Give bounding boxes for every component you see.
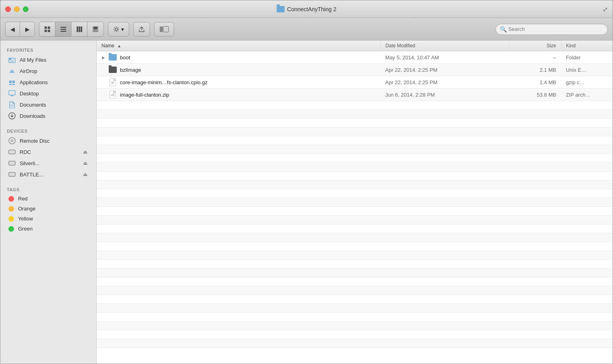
red-tag-dot [8,196,14,202]
coverflow-view-icon [92,26,99,32]
green-tag-dot [8,226,14,232]
svg-rect-10 [94,26,97,30]
sidebar-item-rdc[interactable]: RDC ⏏ [2,146,95,158]
zip-file-icon: zip [109,91,117,99]
silverli-eject-button[interactable]: ⏏ [82,160,88,167]
empty-row [97,295,613,304]
expand-icon[interactable]: ⤢ [603,5,608,13]
icon-view-button[interactable] [39,22,55,36]
svg-rect-11 [93,26,94,30]
sidebar-label-battle: BATTLE... [20,172,78,178]
battle-drive-icon [8,171,16,178]
sidebar-item-battle[interactable]: BATTLE... ⏏ [2,169,95,180]
empty-row [97,189,613,198]
table-row[interactable]: gz core-image-minim…fs-clanton.cpio.gz A… [97,76,613,89]
sidebar-item-green-tag[interactable]: Green [2,224,95,234]
svg-rect-4 [61,27,66,28]
battle-eject-button[interactable]: ⏏ [82,171,88,178]
sidebar-item-airdrop[interactable]: AirDrop [2,65,95,77]
column-view-button[interactable] [71,22,87,36]
file-kind: Unix E… [561,64,613,76]
maximize-button[interactable] [23,6,28,12]
disc-icon [8,137,16,144]
sidebar-item-desktop[interactable]: Desktop [2,88,95,99]
empty-row [97,163,613,172]
svg-rect-0 [45,26,47,29]
main-content: FAVORITES All My Files [0,40,613,364]
dark-folder-icon [109,66,117,74]
table-row[interactable]: zip image-full-clanton.zip Jun 6, 2014, … [97,89,613,101]
svg-rect-13 [93,30,98,31]
rdc-eject-button[interactable]: ⏏ [82,148,88,156]
sidebar-label-silverli: Silverli... [20,160,78,166]
column-view-icon [76,26,83,32]
sidebar-label-desktop: Desktop [20,91,88,97]
forward-button[interactable]: ▶ [20,22,35,36]
kind-column-header[interactable]: Kind [561,40,613,51]
expand-arrow[interactable]: ▶ [101,55,106,60]
sidebar-label-orange: Orange [18,206,88,212]
sidebar-item-yellow-tag[interactable]: Yellow [2,214,95,224]
file-size: 1.4 MB [509,76,561,89]
toggle-sidebar-button[interactable] [154,22,174,36]
file-table-header-row: Name ▲ Date Modified Size Kind [97,40,613,51]
sidebar-item-orange-tag[interactable]: Orange [2,204,95,214]
sidebar-item-silverli[interactable]: Silverli... ⏏ [2,158,95,169]
forward-icon: ▶ [25,26,30,32]
arrange-button[interactable]: ▾ [108,22,129,36]
sidebar-label-rdc: RDC [20,149,78,155]
empty-row [97,110,613,119]
sidebar-label-remote-disc: Remote Disc [20,138,88,144]
gear-icon [113,26,120,32]
minimize-button[interactable] [14,6,20,12]
sidebar-item-applications[interactable]: Applications [2,77,95,88]
svg-rect-24 [12,81,15,83]
name-col-label: Name [101,43,114,49]
empty-row [97,127,613,136]
empty-row [97,251,613,260]
svg-point-15 [115,28,118,30]
file-name: boot [120,55,130,61]
downloads-icon [8,112,16,119]
share-button[interactable] [133,22,150,36]
favorites-header: FAVORITES [0,44,96,54]
close-button[interactable] [5,6,11,12]
sidebar-label-applications: Applications [20,79,88,85]
desktop-icon [8,90,16,97]
date-modified-column-header[interactable]: Date Modified [380,40,509,51]
sidebar-label-all-my-files: All My Files [20,57,88,63]
sidebar-item-red-tag[interactable]: Red [2,194,95,204]
date-col-label: Date Modified [386,43,415,49]
sidebar-item-downloads[interactable]: Downloads [2,110,95,121]
sidebar-label-airdrop: AirDrop [20,68,88,74]
file-name: core-image-minim…fs-clanton.cpio.gz [120,79,207,85]
size-col-label: Size [547,43,556,49]
file-kind: gzip c… [561,76,613,89]
file-kind: ZIP arch… [561,89,613,101]
empty-row [97,101,613,110]
search-bar[interactable]: 🔍 [495,24,608,35]
titlebar-folder-icon [277,6,285,12]
sidebar-item-all-my-files[interactable]: All My Files [2,54,95,65]
sidebar-item-remote-disc[interactable]: Remote Disc [2,135,95,146]
name-column-header[interactable]: Name ▲ [97,40,380,51]
size-column-header[interactable]: Size [509,40,561,51]
table-row[interactable]: bzlImage Apr 22, 2014, 2:25 PM 2.1 MB Un… [97,64,613,76]
sidebar-item-documents[interactable]: Documents [2,99,95,110]
svg-rect-9 [81,26,82,32]
empty-row [97,313,613,322]
svg-rect-16 [160,26,163,32]
file-size: 53.8 MB [509,89,561,101]
view-btn-group [39,22,104,37]
back-button[interactable]: ◀ [6,22,20,36]
list-view-button[interactable] [55,22,71,36]
table-row[interactable]: ▶ boot May 5, 2014, 10:47 AM -- Folder [97,51,613,64]
search-input[interactable] [508,26,603,32]
nav-btn-group: ◀ ▶ [5,22,35,37]
file-name: bzlImage [120,67,141,73]
empty-row [97,180,613,189]
coverflow-view-button[interactable] [87,22,104,36]
empty-row [97,330,613,339]
empty-row [97,198,613,207]
empty-row [97,119,613,127]
